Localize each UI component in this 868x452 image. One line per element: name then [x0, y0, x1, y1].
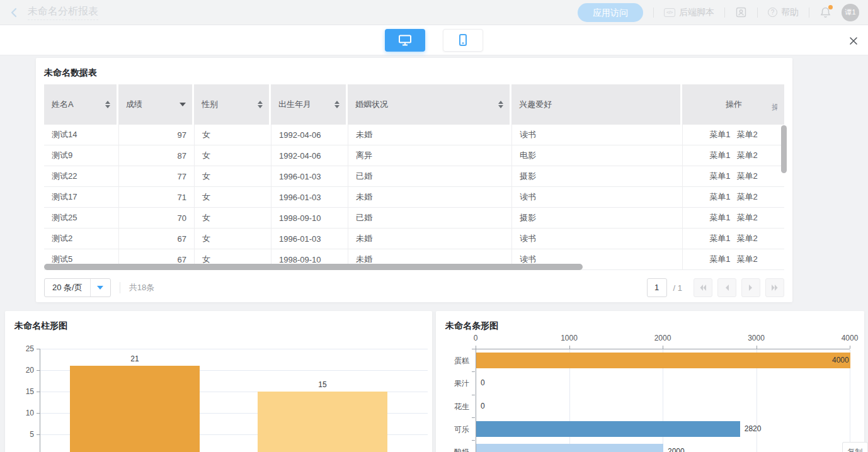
row-action-link[interactable]: 菜单1 — [709, 150, 730, 160]
y-axis-label: 20 — [11, 366, 34, 375]
table-body: 测试1497女1992-04-06未婚读书菜单1菜单2测试987女1992-04… — [44, 125, 784, 270]
row-actions-cell: 菜单1菜单2 — [682, 229, 784, 249]
double-chevron-right-icon — [770, 284, 779, 291]
row-action-link[interactable]: 菜单1 — [709, 234, 730, 243]
last-page-button[interactable] — [765, 278, 784, 297]
table-row: 测试1497女1992-04-06未婚读书菜单1菜单2 — [44, 125, 784, 145]
row-action-link[interactable]: 菜单1 — [709, 171, 730, 181]
sort-icon[interactable] — [498, 101, 503, 108]
notifications-button[interactable] — [819, 6, 831, 19]
horizontal-scrollbar[interactable] — [44, 264, 583, 270]
sort-icon[interactable] — [258, 101, 263, 108]
table-cell: 测试25 — [44, 208, 118, 229]
row-action-link[interactable]: 菜单2 — [737, 150, 758, 160]
page-size-value: 20 条/页 — [45, 282, 90, 293]
first-page-button[interactable] — [694, 278, 712, 297]
column-header[interactable]: 姓名A — [44, 84, 118, 125]
table-cell: 1992-04-06 — [271, 125, 348, 145]
table-cell: 女 — [194, 187, 271, 208]
chart-bar[interactable] — [476, 421, 740, 437]
divider — [724, 8, 725, 18]
category-label: 果汁 — [441, 378, 469, 389]
sort-asc-icon — [105, 101, 110, 104]
row-action-link[interactable]: 菜单1 — [709, 254, 730, 264]
row-action-link[interactable]: 菜单2 — [737, 213, 758, 222]
row-action-link[interactable]: 菜单2 — [737, 130, 758, 139]
divider — [757, 8, 758, 18]
row-action-link[interactable]: 菜单1 — [709, 130, 730, 139]
column-header-inner: 姓名A — [52, 99, 110, 110]
row-action-link[interactable]: 菜单1 — [709, 192, 730, 201]
column-header-label: 婚姻状况 — [355, 99, 388, 110]
sort-desc-icon — [498, 105, 503, 108]
next-page-button[interactable] — [741, 278, 760, 297]
table-cell: 测试14 — [44, 125, 118, 145]
table-cell: 女 — [194, 229, 271, 249]
copy-button-clipped[interactable]: 复制 — [842, 442, 868, 452]
row-action-link[interactable]: 菜单2 — [737, 192, 758, 201]
table-cell: 测试2 — [44, 229, 118, 249]
column-header[interactable]: 成绩 — [118, 84, 194, 125]
help-button[interactable]: ? 帮助 — [768, 7, 799, 18]
chart-bar[interactable] — [258, 392, 387, 452]
member-button[interactable] — [735, 6, 747, 18]
table-cell: 摄影 — [511, 166, 682, 187]
backend-script-button[interactable]: </> 后端脚本 — [664, 7, 714, 18]
row-actions-cell: 菜单1菜单2 — [682, 249, 784, 270]
column-header-inner: 成绩 — [126, 99, 186, 110]
column-header[interactable]: 出生年月 — [271, 84, 348, 125]
back-icon[interactable] — [9, 7, 19, 18]
column-header-label: 兴趣爱好 — [519, 99, 552, 110]
sort-icon[interactable] — [105, 101, 110, 108]
row-action-link[interactable]: 菜单2 — [737, 234, 758, 243]
column-header[interactable]: 婚姻状况 — [348, 84, 511, 125]
x-axis-label: 3000 — [738, 334, 775, 342]
bar-value-label: 15 — [258, 380, 387, 389]
chart-bar[interactable] — [476, 444, 663, 452]
table-cell: 读书 — [511, 187, 682, 208]
table-cell: 未婚 — [348, 229, 511, 249]
page-size-select[interactable]: 20 条/页 — [44, 278, 111, 297]
axis-tick — [472, 349, 475, 349]
chart-bar[interactable] — [476, 353, 850, 368]
sort-icon[interactable] — [334, 101, 340, 108]
data-table-card: 未命名数据表 姓名A成绩性别出生年月婚姻状况兴趣爱好操作 测试1497女1992… — [36, 58, 792, 302]
table-cell: 读书 — [511, 229, 682, 249]
table-cell: 女 — [194, 125, 271, 145]
table-cell: 未婚 — [348, 187, 511, 208]
report-title[interactable]: 未命名分析报表 — [28, 5, 98, 20]
table-cell: 70 — [118, 208, 194, 229]
table-card-title: 未命名数据表 — [36, 58, 792, 84]
mobile-toggle-button[interactable] — [443, 29, 483, 52]
table-cell: 未婚 — [348, 125, 511, 145]
row-action-link[interactable]: 菜单2 — [737, 254, 758, 264]
y-axis-label: 25 — [11, 344, 34, 353]
table-cell: 测试9 — [44, 145, 118, 166]
table-cell: 测试17 — [44, 187, 118, 208]
double-chevron-left-icon — [699, 284, 707, 291]
vertical-scrollbar[interactable] — [781, 125, 787, 173]
row-actions-cell: 菜单1菜单2 — [682, 187, 784, 208]
avatar[interactable]: 谭1 — [842, 4, 859, 21]
app-access-button[interactable]: 应用访问 — [578, 3, 643, 22]
x-axis-label: 2000 — [644, 334, 682, 342]
close-preview-button[interactable] — [848, 35, 859, 47]
row-action-link[interactable]: 菜单1 — [709, 213, 730, 222]
column-header[interactable]: 性别 — [194, 84, 271, 125]
chart-bar[interactable] — [70, 366, 200, 452]
bar-value-label: 2000 — [668, 447, 685, 452]
sort-desc-active-icon[interactable] — [180, 103, 186, 106]
row-actions-cell: 菜单1菜单2 — [682, 208, 784, 229]
bar-value-label: 0 — [481, 402, 485, 410]
column-header: 兴趣爱好 — [511, 84, 682, 125]
table-cell: 97 — [118, 125, 194, 145]
prev-page-button[interactable] — [717, 278, 736, 297]
bar-value-label: 2820 — [745, 424, 762, 433]
desktop-toggle-button[interactable] — [385, 29, 425, 52]
table-cell: 1996-01-03 — [271, 187, 348, 208]
column-header-label: 姓名A — [52, 99, 74, 110]
x-axis-label: 4000 — [831, 334, 864, 342]
page-number-input[interactable]: 1 — [647, 278, 667, 297]
axis-tick — [472, 395, 475, 395]
row-action-link[interactable]: 菜单2 — [737, 171, 758, 181]
